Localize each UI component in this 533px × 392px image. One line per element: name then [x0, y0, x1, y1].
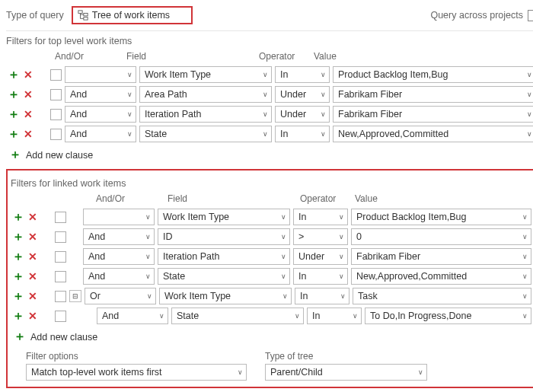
remove-row-button[interactable]: ✕ [28, 250, 37, 263]
operator-select[interactable]: In∨ [293, 209, 348, 225]
value-select[interactable]: New,Approved,Committed∨ [333, 126, 533, 142]
remove-row-button[interactable]: ✕ [28, 231, 37, 243]
field-select[interactable]: Area Path∨ [139, 86, 272, 103]
field-select[interactable]: State∨ [158, 268, 290, 285]
row-checkbox[interactable] [55, 271, 66, 282]
tree-type-label: Type of tree [265, 351, 427, 362]
andor-select[interactable]: ∨ [83, 209, 155, 225]
clause-row: ＋✕And∨Iteration Path∨Under∨Fabrikam Fibe… [11, 247, 533, 266]
row-checkbox[interactable] [55, 311, 66, 322]
chevron-down-icon: ∨ [522, 233, 528, 241]
remove-row-button[interactable]: ✕ [28, 211, 37, 223]
value-select[interactable]: New,Approved,Committed∨ [351, 268, 531, 285]
row-checkbox[interactable] [55, 231, 66, 243]
andor-select[interactable]: And∨ [65, 86, 136, 103]
operator-select[interactable]: In∨ [307, 308, 362, 324]
remove-row-button[interactable]: ✕ [24, 108, 33, 120]
andor-select[interactable]: ∨ [65, 66, 136, 83]
chevron-down-icon: ∨ [321, 110, 326, 118]
value-select[interactable]: Task∨ [353, 288, 531, 304]
operator-select[interactable]: In∨ [275, 66, 330, 83]
chevron-down-icon: ∨ [321, 130, 326, 138]
row-checkbox[interactable] [55, 251, 66, 263]
andor-select[interactable]: And∨ [83, 228, 155, 245]
chevron-down-icon: ∨ [281, 213, 286, 221]
add-row-button[interactable]: ＋ [12, 308, 24, 324]
field-select[interactable]: Work Item Type∨ [139, 66, 272, 83]
add-row-button[interactable]: ＋ [12, 249, 24, 265]
add-row-button[interactable]: ＋ [8, 107, 20, 123]
operator-select[interactable]: >∨ [293, 228, 348, 245]
remove-row-button[interactable]: ✕ [28, 270, 37, 282]
add-row-button[interactable]: ＋ [8, 67, 20, 83]
row-checkbox[interactable] [50, 89, 62, 100]
chevron-down-icon: ∨ [147, 292, 152, 300]
remove-row-button[interactable]: ✕ [24, 128, 33, 140]
remove-row-button[interactable]: ✕ [24, 69, 33, 81]
col-value: Value [355, 193, 533, 204]
chevron-down-icon: ∨ [418, 368, 423, 376]
operator-select[interactable]: Under∨ [275, 106, 330, 123]
filter-options-select[interactable]: Match top-level work items first∨ [26, 364, 247, 381]
field-select[interactable]: Iteration Path∨ [158, 248, 290, 265]
add-row-button[interactable]: ＋ [8, 126, 20, 142]
chevron-down-icon: ∨ [281, 233, 286, 241]
add-row-button[interactable]: ＋ [12, 269, 24, 285]
field-select[interactable]: ID∨ [158, 228, 290, 245]
tree-icon [78, 10, 88, 21]
operator-select[interactable]: Under∨ [293, 248, 348, 265]
add-row-button[interactable]: ＋ [12, 209, 24, 225]
field-select[interactable]: Work Item Type∨ [159, 288, 292, 304]
chevron-down-icon: ∨ [281, 272, 286, 280]
value-select[interactable]: Fabrikam Fiber∨ [351, 248, 531, 265]
value-select[interactable]: 0∨ [351, 228, 531, 245]
row-checkbox[interactable] [50, 69, 62, 81]
clause-row: ＋✕∨Work Item Type∨In∨Product Backlog Ite… [11, 207, 533, 227]
operator-select[interactable]: In∨ [275, 126, 330, 142]
row-checkbox[interactable] [55, 212, 66, 223]
top-level-column-headers: And/Or Field Operator Value [6, 51, 533, 62]
andor-select[interactable]: And∨ [65, 126, 136, 142]
row-checkbox[interactable] [50, 109, 62, 120]
field-select[interactable]: State∨ [171, 308, 304, 324]
value-select[interactable]: Fabrikam Fiber∨ [333, 86, 533, 103]
row-checkbox[interactable] [50, 129, 62, 140]
remove-row-button[interactable]: ✕ [28, 310, 37, 322]
chevron-down-icon: ∨ [340, 292, 346, 300]
chevron-down-icon: ∨ [522, 292, 528, 300]
add-clause-top[interactable]: ＋ Add new clause [9, 147, 533, 163]
andor-select[interactable]: And∨ [83, 248, 155, 265]
chevron-down-icon: ∨ [527, 71, 532, 78]
operator-select[interactable]: Under∨ [275, 86, 330, 103]
chevron-down-icon: ∨ [353, 312, 358, 320]
add-row-button[interactable]: ＋ [8, 87, 20, 103]
chevron-down-icon: ∨ [159, 312, 164, 320]
remove-row-button[interactable]: ✕ [24, 88, 33, 100]
value-select[interactable]: Product Backlog Item,Bug∨ [333, 66, 533, 83]
add-clause-linked[interactable]: ＋ Add new clause [14, 329, 533, 345]
chevron-down-icon: ∨ [127, 130, 132, 138]
chevron-down-icon: ∨ [127, 71, 132, 78]
add-row-button[interactable]: ＋ [12, 229, 24, 245]
add-row-button[interactable]: ＋ [12, 288, 24, 304]
operator-select[interactable]: In∨ [295, 288, 349, 304]
value-select[interactable]: To Do,In Progress,Done∨ [365, 308, 531, 324]
andor-select[interactable]: And∨ [65, 106, 136, 123]
field-select[interactable]: Iteration Path∨ [139, 106, 272, 123]
field-select[interactable]: State∨ [139, 126, 272, 142]
operator-select[interactable]: In∨ [293, 268, 348, 285]
col-field: Field [168, 193, 300, 204]
andor-select[interactable]: Or∨ [85, 288, 156, 304]
value-select[interactable]: Fabrikam Fiber∨ [333, 106, 533, 123]
tree-type-select[interactable]: Parent/Child∨ [265, 364, 427, 381]
query-across-projects-checkbox[interactable] [528, 10, 533, 21]
query-type-selector[interactable]: Tree of work items [72, 6, 193, 24]
andor-select[interactable]: And∨ [97, 308, 168, 324]
remove-row-button[interactable]: ✕ [28, 290, 37, 302]
plus-icon: ＋ [9, 147, 21, 163]
value-select[interactable]: Product Backlog Item,Bug∨ [351, 209, 531, 225]
field-select[interactable]: Work Item Type∨ [158, 209, 290, 225]
group-handle-icon[interactable]: ⊟ [69, 290, 81, 302]
andor-select[interactable]: And∨ [83, 268, 155, 285]
row-checkbox[interactable] [55, 291, 66, 302]
